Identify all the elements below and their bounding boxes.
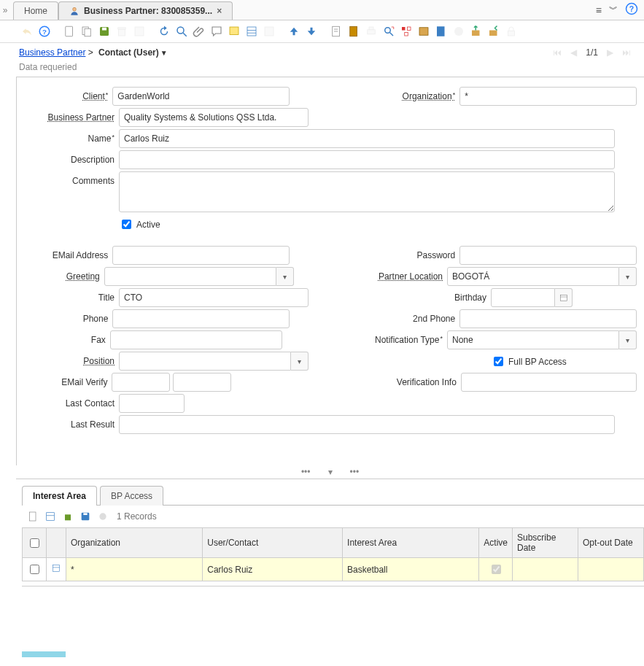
svg-rect-34 — [472, 31, 480, 36]
birthday-picker-button[interactable] — [555, 288, 573, 307]
phone-field[interactable] — [112, 309, 290, 328]
requests-icon[interactable] — [416, 23, 432, 39]
password-field[interactable] — [459, 246, 637, 265]
svg-line-14 — [183, 33, 187, 36]
comments-field[interactable] — [119, 171, 615, 212]
tab-home[interactable]: Home — [13, 1, 58, 20]
svg-rect-5 — [66, 26, 73, 36]
label-lastcontact: Last Contact — [24, 394, 119, 408]
cell-org: * — [66, 558, 203, 581]
chat-icon[interactable] — [209, 23, 225, 39]
tab-business-partner[interactable]: Business Partner: 830085359... × — [58, 1, 233, 20]
zoom-across-icon[interactable] — [381, 23, 397, 39]
print-icon — [363, 23, 379, 39]
greeting-dropdown-button[interactable] — [276, 267, 294, 286]
expand-indicator[interactable]: » — [0, 5, 10, 15]
lastresult-field — [119, 415, 615, 434]
label-birthday: Birthday — [352, 288, 491, 303]
menu-icon[interactable]: ≡ — [596, 4, 602, 16]
save-new-icon — [131, 23, 147, 39]
col-optout[interactable]: Opt-out Date — [578, 528, 644, 558]
col-interest[interactable]: Interest Area — [343, 528, 479, 558]
detail-down-icon[interactable] — [303, 23, 319, 39]
new-icon[interactable] — [61, 23, 77, 39]
archive-icon[interactable] — [346, 23, 362, 39]
breadcrumb-current[interactable]: Contact (User) — [98, 47, 159, 58]
sub-process-icon — [96, 510, 109, 523]
phone2-field[interactable] — [459, 309, 637, 328]
collapse-icon[interactable]: ︾ — [609, 4, 618, 16]
col-user[interactable]: User/Contact — [203, 528, 343, 558]
fullbp-checkbox[interactable] — [494, 357, 503, 366]
label-client: Client — [24, 87, 112, 101]
splitter-arrow[interactable]: ▾ — [328, 467, 333, 477]
export-icon[interactable] — [468, 23, 484, 39]
svg-rect-24 — [368, 30, 376, 34]
partnerloc-dropdown-button[interactable] — [619, 267, 637, 286]
row-select[interactable] — [30, 565, 39, 574]
col-organization[interactable]: Organization — [66, 528, 203, 558]
partnerloc-field[interactable] — [447, 267, 619, 286]
greeting-field[interactable] — [104, 267, 276, 286]
label-phone: Phone — [24, 309, 112, 324]
save-icon[interactable] — [96, 23, 112, 39]
svg-rect-42 — [65, 514, 71, 520]
birthday-field[interactable] — [491, 288, 555, 307]
search-icon[interactable] — [174, 23, 190, 39]
sub-edit-icon[interactable] — [44, 510, 57, 523]
parent-up-icon[interactable] — [286, 23, 302, 39]
tab-home-label: Home — [24, 6, 47, 16]
import-icon[interactable] — [486, 23, 502, 39]
note-icon[interactable] — [226, 23, 242, 39]
col-active[interactable]: Active — [479, 528, 513, 558]
sub-delete-icon[interactable] — [61, 510, 74, 523]
grid-toggle-icon[interactable] — [244, 23, 260, 39]
report-icon[interactable] — [328, 23, 344, 39]
chevron-down-icon[interactable]: ▼ — [160, 49, 168, 57]
svg-rect-15 — [230, 27, 238, 35]
sub-save-icon[interactable] — [79, 510, 92, 523]
svg-point-26 — [385, 28, 391, 34]
title-field[interactable] — [119, 288, 309, 307]
record-count: 1 Records — [117, 511, 157, 522]
label-description: Description — [24, 150, 119, 165]
position-field[interactable] — [119, 352, 291, 371]
cell-user: Carlos Ruiz — [203, 558, 343, 581]
subtab-interest-area[interactable]: Interest Area — [22, 486, 97, 506]
active-workflow-icon[interactable] — [398, 23, 414, 39]
grid-select-all[interactable] — [30, 538, 39, 548]
subtab-bp-access[interactable]: BP Access — [100, 486, 163, 506]
status-strip — [22, 651, 644, 657]
help-icon[interactable]: ? — [625, 2, 638, 18]
sub-new-icon[interactable] — [26, 510, 39, 523]
email-field[interactable] — [112, 246, 290, 265]
last-record-icon: ⏭ — [622, 47, 631, 58]
svg-rect-9 — [102, 28, 106, 31]
svg-point-0 — [73, 7, 77, 11]
table-row[interactable]: * Carlos Ruiz Basketball — [23, 558, 644, 581]
position-dropdown-button[interactable] — [291, 352, 309, 371]
refresh-icon[interactable] — [156, 23, 172, 39]
lastcontact-field[interactable] — [119, 394, 185, 413]
notiftype-field[interactable] — [447, 330, 619, 349]
delete-icon — [114, 23, 130, 39]
svg-rect-25 — [369, 27, 373, 30]
label-partnerloc: Partner Location — [330, 267, 447, 282]
breadcrumb: Business Partner > Contact (User)▼ — [19, 47, 168, 58]
attachment-icon[interactable] — [191, 23, 207, 39]
active-checkbox[interactable] — [122, 220, 131, 229]
detail-splitter[interactable]: ••• ▾ ••• — [16, 465, 644, 479]
pager-text: 1/1 — [586, 47, 598, 58]
product-info-icon[interactable] — [433, 23, 449, 39]
name-field[interactable] — [119, 129, 615, 148]
copy-icon[interactable] — [79, 23, 95, 39]
process-icon — [451, 23, 467, 39]
fax-field[interactable] — [110, 330, 282, 349]
col-subscribe[interactable]: Subscribe Date — [513, 528, 578, 558]
notiftype-dropdown-button[interactable] — [619, 330, 637, 349]
breadcrumb-root[interactable]: Business Partner — [19, 47, 85, 58]
row-edit-icon[interactable] — [47, 558, 66, 581]
close-icon[interactable]: × — [217, 6, 222, 16]
help-button[interactable]: ? — [36, 23, 53, 39]
description-field[interactable] — [119, 150, 615, 169]
